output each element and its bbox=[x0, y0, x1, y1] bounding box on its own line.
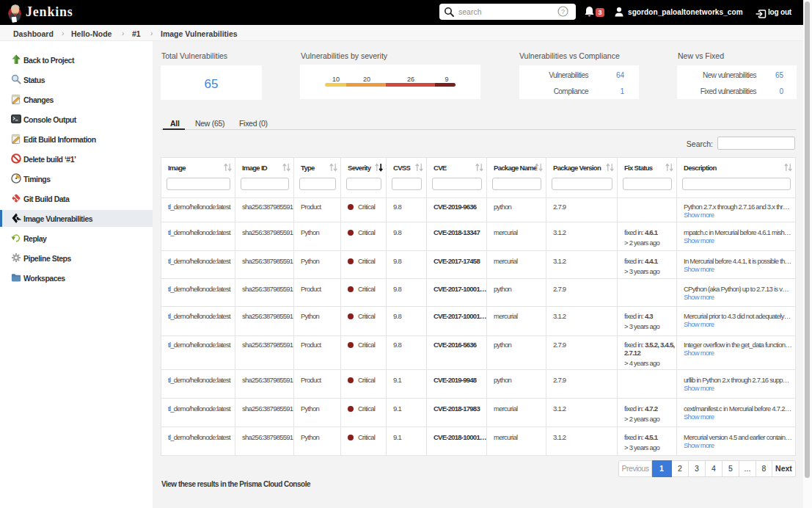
svg-text:?: ? bbox=[561, 8, 565, 15]
